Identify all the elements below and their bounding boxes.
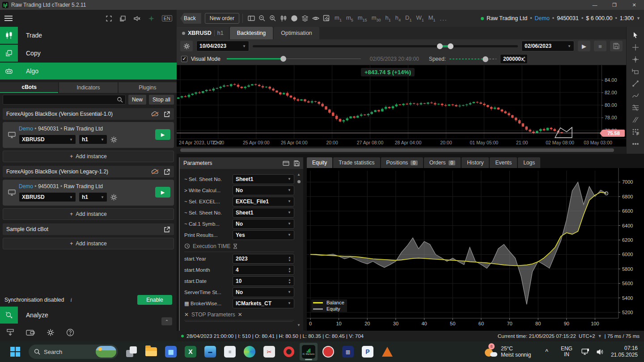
language-switcher[interactable]: ENGIN: [561, 346, 572, 358]
tray-chevron-icon[interactable]: ^: [545, 348, 548, 355]
open-external-icon[interactable]: [164, 111, 170, 117]
maximize-button[interactable]: ❐: [605, 0, 624, 10]
speed-handle[interactable]: [483, 56, 488, 62]
rect-tool-icon[interactable]: [630, 67, 641, 76]
channel-icon[interactable]: [630, 116, 641, 124]
freehand-icon[interactable]: [630, 92, 641, 100]
end-date-select[interactable]: 02/06/2023▼: [521, 41, 574, 51]
crosshair-dot-icon[interactable]: [630, 55, 641, 63]
sidebar-item-copy[interactable]: Copy: [0, 45, 177, 62]
timeframe-m1[interactable]: m1: [335, 14, 342, 22]
indicators-icon[interactable]: f: [289, 13, 299, 23]
tab-backtesting[interactable]: Backtesting: [230, 27, 273, 39]
instance-settings-icon[interactable]: [110, 194, 118, 201]
parameter-select[interactable]: ICMarkets_CT▼: [233, 299, 294, 308]
timeframe-select[interactable]: h1▼: [79, 192, 107, 202]
tab-equity[interactable]: Equity: [307, 157, 332, 168]
taskbar-item-ctrader[interactable]: IC Markets: [300, 343, 318, 361]
range-handle-end[interactable]: [448, 43, 453, 49]
zoom-out-icon[interactable]: [257, 13, 267, 23]
save-parameters-icon[interactable]: [294, 160, 300, 166]
account-selector[interactable]: Raw Trading Ltd• Demo• 9450031• $ 6 000.…: [481, 15, 640, 21]
time-axis[interactable]: 24 Apr 2023, UTC+222:0025 Apr 09:0026 Ap…: [177, 139, 626, 147]
chart-scrollbar-thumb[interactable]: [180, 148, 614, 152]
timeframe-m15[interactable]: m15: [358, 14, 367, 22]
taskbar-item-taskview[interactable]: [123, 343, 140, 361]
tab-symbol[interactable]: XBRUSD h1: [177, 27, 229, 39]
cbot-header[interactable]: ForexAlgos BlackBox (Version Essential-1…: [3, 108, 174, 120]
settings-gear-icon[interactable]: [47, 328, 55, 337]
tab-logs[interactable]: Logs: [518, 157, 540, 168]
play-backtest-button[interactable]: ▶: [578, 41, 590, 51]
speaker-icon[interactable]: [597, 349, 605, 355]
taskbar-item-calculator[interactable]: ▦: [162, 343, 180, 361]
add-instance-button[interactable]: +Add instance: [3, 151, 174, 162]
taskbar-item-forex-red[interactable]: [319, 343, 337, 361]
close-button[interactable]: ✕: [624, 0, 644, 10]
timeframe-M1[interactable]: M1: [428, 14, 436, 22]
taskbar-item-browser-ring[interactable]: [280, 343, 298, 361]
timeframe-D1[interactable]: D1: [405, 14, 411, 22]
cbot-instance[interactable]: Demo • 9450031 • Raw Trading Ltd XBRUSD▼…: [3, 180, 174, 206]
candles-icon[interactable]: [279, 13, 288, 23]
parameter-section-12[interactable]: ✕STOP Parameters✕: [184, 309, 294, 320]
collapse-panel-button[interactable]: ⌃: [161, 317, 172, 325]
chart-settings-icon[interactable]: [322, 13, 331, 23]
backtest-settings-button[interactable]: [180, 41, 193, 51]
equity-chart[interactable]: 0102030405060708090100520054005600580060…: [307, 168, 644, 331]
cbot-search-input[interactable]: [3, 95, 126, 105]
help-icon[interactable]: [66, 328, 74, 337]
menu-icon[interactable]: [4, 16, 13, 21]
start-cbot-button[interactable]: ▶: [155, 187, 170, 198]
parameter-select[interactable]: Sheet1▼: [233, 208, 294, 218]
crosshair-icon[interactable]: [630, 43, 641, 51]
zoom-in-icon[interactable]: [268, 13, 278, 23]
clock[interactable]: 07:1621.05.2025: [611, 345, 638, 358]
new-order-button[interactable]: New order: [205, 13, 239, 24]
symbol-select[interactable]: XBRUSD▼: [19, 135, 76, 144]
instance-settings-icon[interactable]: [110, 136, 118, 143]
parameter-spinner[interactable]: 2023▲▼: [233, 254, 294, 264]
sidebar-item-trade[interactable]: Trade: [0, 27, 177, 44]
more-icon[interactable]: [630, 140, 641, 148]
detach-window-icon[interactable]: [119, 15, 126, 22]
sidebar-item-algo[interactable]: Algo: [0, 63, 177, 80]
parameter-select[interactable]: EXCEL_File1▼: [233, 197, 294, 206]
tab-positions[interactable]: Positions0: [381, 157, 423, 168]
more-timeframes-button[interactable]: ...: [440, 15, 448, 22]
timeframe-m5[interactable]: m5: [346, 14, 353, 22]
parameter-spinner[interactable]: 10▲▼: [233, 276, 294, 286]
parameter-select[interactable]: No▼: [233, 219, 294, 229]
taskbar-search[interactable]: Search: [29, 345, 118, 359]
start-cbot-button[interactable]: ▶: [155, 129, 170, 140]
parameter-select[interactable]: Sheet1▼: [233, 174, 294, 184]
eye-icon[interactable]: [311, 13, 321, 23]
speed-slider[interactable]: [449, 59, 496, 59]
taskbar-item-stocks[interactable]: ▥: [339, 343, 357, 361]
taskbar-item-edge[interactable]: [241, 343, 258, 361]
weather-widget[interactable]: 8 25°CMeist sonnig: [482, 345, 531, 358]
taskbar-item-remote[interactable]: ▬: [201, 343, 219, 361]
add-instance-button[interactable]: +Add instance: [3, 238, 174, 249]
tab-orders[interactable]: Orders0: [424, 157, 461, 168]
fib-retracement-icon[interactable]: [630, 104, 641, 112]
tab-cbots[interactable]: cBots: [0, 82, 58, 93]
trendline-icon[interactable]: [630, 80, 641, 88]
wallet-icon[interactable]: [26, 329, 35, 336]
new-cbot-button[interactable]: New: [128, 95, 146, 105]
timeframe-m30[interactable]: m30: [372, 14, 381, 22]
parameter-select[interactable]: Yes▼: [233, 230, 294, 240]
tab-events[interactable]: Events: [490, 157, 517, 168]
taskbar-item-snipping[interactable]: ✂: [260, 343, 278, 361]
timeframe-select[interactable]: h1▼: [79, 135, 107, 144]
visual-mode-checkbox[interactable]: ✓: [181, 56, 187, 62]
taskbar-item-start[interactable]: [6, 343, 24, 361]
enable-sync-button[interactable]: Enable: [137, 295, 172, 305]
minimize-button[interactable]: —: [585, 0, 605, 10]
date-range-slider[interactable]: [253, 45, 518, 47]
range-handle-start[interactable]: [437, 43, 443, 49]
replay-progress-slider[interactable]: [227, 58, 361, 59]
console-icon[interactable]: [283, 160, 289, 166]
start-date-select[interactable]: 10/04/2023▼: [196, 41, 249, 51]
sidebar-item-analyze[interactable]: Analyze: [0, 307, 177, 324]
